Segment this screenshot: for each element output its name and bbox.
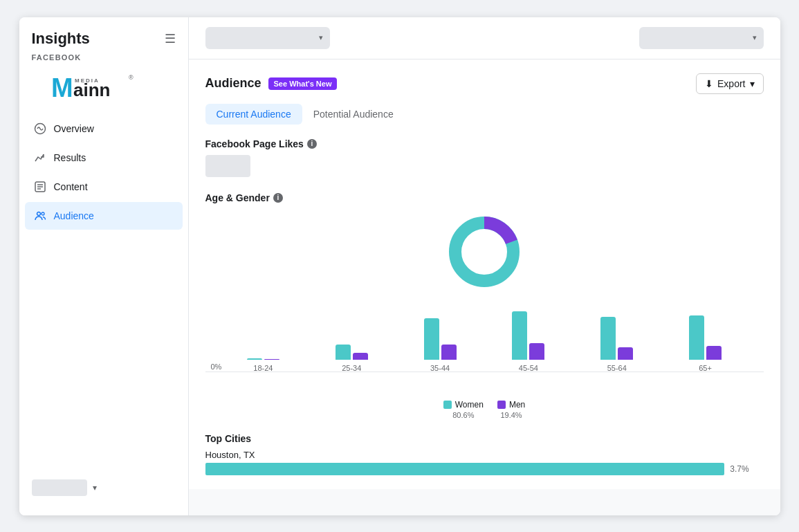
bar-chart-area: 0% 18-24 <box>205 310 764 393</box>
top-cities-label: Top Cities <box>205 433 764 444</box>
bar-label-18-24: 18-24 <box>253 364 273 372</box>
bar-men-55-64 <box>618 347 633 360</box>
bar-group-35-44: 35-44 <box>424 318 457 372</box>
right-dropdown-chevron-icon: ▾ <box>753 33 757 42</box>
city-name-houston: Houston, TX <box>205 450 764 460</box>
mainn-media-logo: M ainn MEDIA ® <box>32 73 143 104</box>
nav-items: Overview Results <box>19 115 188 471</box>
page-likes-section: Facebook Page Likes i <box>205 138 764 177</box>
sidebar-item-content[interactable]: Content <box>25 173 183 201</box>
city-bar-row-houston: 3.7% <box>205 463 764 475</box>
left-dropdown-chevron-icon: ▾ <box>319 33 323 42</box>
legend-men-label: Men <box>509 400 525 410</box>
left-dropdown[interactable]: ▾ <box>205 27 330 49</box>
top-bar: ▾ ▾ <box>189 17 780 59</box>
legend-women-label: Women <box>455 400 484 410</box>
svg-point-10 <box>42 212 44 215</box>
audience-label: Audience <box>54 210 94 221</box>
page-title: Insights <box>32 30 90 48</box>
tabs-row: Current Audience Potential Audience <box>205 104 764 125</box>
overview-icon <box>33 122 47 136</box>
export-button[interactable]: ⬇ Export ▾ <box>696 73 763 94</box>
bar-men-45-54 <box>529 343 544 360</box>
sidebar-bottom-box <box>32 479 87 496</box>
bar-group-45-54: 45-54 <box>512 311 544 372</box>
results-label: Results <box>54 152 86 163</box>
bar-women-55-64 <box>600 317 616 360</box>
sidebar-title-row: Insights ☰ <box>32 30 176 48</box>
sidebar: Insights ☰ FACEBOOK M ainn MEDIA ® <box>19 17 189 515</box>
tab-current-audience[interactable]: Current Audience <box>205 104 302 125</box>
content-icon <box>33 180 47 194</box>
bar-label-45-54: 45-54 <box>519 364 538 372</box>
sidebar-bottom: ▾ <box>19 471 188 504</box>
main-content: ▾ ▾ Audience See What's New ⬇ Export ▾ <box>189 17 780 515</box>
legend-row: Women 80.6% Men 19.4% <box>443 400 525 419</box>
page-likes-info-icon: i <box>307 139 317 149</box>
svg-text:M: M <box>51 73 73 102</box>
bar-men-18-24 <box>264 359 279 360</box>
svg-text:®: ® <box>129 74 134 81</box>
audience-title-row: Audience See What's New <box>205 76 338 91</box>
page-likes-label: Facebook Page Likes i <box>205 138 764 149</box>
tab-potential-audience[interactable]: Potential Audience <box>302 104 405 125</box>
top-cities-section: Top Cities Houston, TX 3.7% <box>205 433 764 475</box>
legend-dot-men <box>497 401 506 409</box>
svg-point-9 <box>37 212 40 215</box>
results-icon <box>33 151 47 165</box>
hamburger-icon[interactable]: ☰ <box>165 31 176 46</box>
sidebar-item-overview[interactable]: Overview <box>25 115 183 143</box>
bar-label-35-44: 35-44 <box>430 364 450 372</box>
svg-text:MEDIA: MEDIA <box>75 77 100 84</box>
bar-men-65plus <box>706 346 722 360</box>
sidebar-header: Insights ☰ FACEBOOK <box>19 17 188 70</box>
city-bar-houston <box>205 463 725 475</box>
age-gender-label: Age & Gender i <box>205 192 764 203</box>
page-likes-value <box>205 155 250 177</box>
legend-men: Men 19.4% <box>497 400 525 419</box>
donut-chart <box>443 210 526 296</box>
bar-men-35-44 <box>441 345 457 360</box>
age-gender-section: Age & Gender i <box>205 192 764 419</box>
overview-label: Overview <box>54 123 94 134</box>
city-row-houston: Houston, TX 3.7% <box>205 450 764 475</box>
zero-label: 0% <box>211 363 222 371</box>
chart-area: 0% 18-24 <box>205 210 764 419</box>
export-chevron-icon: ▾ <box>750 78 755 89</box>
bar-group-55-64: 55-64 <box>600 317 633 372</box>
sidebar-chevron-icon[interactable]: ▾ <box>93 483 97 493</box>
bar-women-18-24 <box>247 358 262 360</box>
svg-point-13 <box>463 231 505 273</box>
donut-svg <box>443 210 526 293</box>
audience-section-title: Audience <box>205 76 261 91</box>
age-gender-info-icon: i <box>273 193 283 203</box>
content-label: Content <box>54 181 88 192</box>
bar-chart-inner: 0% 18-24 <box>205 310 764 372</box>
legend-women-pct: 80.6% <box>452 411 474 419</box>
top-bar-left: ▾ <box>205 27 330 49</box>
facebook-label: FACEBOOK <box>32 53 176 62</box>
bar-group-18-24: 18-24 <box>247 358 279 372</box>
export-icon: ⬇ <box>705 78 713 89</box>
bar-women-45-54 <box>512 311 527 360</box>
export-label: Export <box>717 78 745 89</box>
sidebar-item-results[interactable]: Results <box>25 144 183 172</box>
bar-label-65plus: 65+ <box>699 364 712 372</box>
logo-area: M ainn MEDIA ® <box>19 70 188 115</box>
legend-dot-women <box>443 401 452 409</box>
legend-women: Women 80.6% <box>443 400 484 419</box>
bar-group-25-34: 25-34 <box>336 345 368 372</box>
whats-new-badge[interactable]: See What's New <box>268 77 338 90</box>
audience-header: Audience See What's New ⬇ Export ▾ <box>205 73 764 94</box>
bar-men-25-34 <box>353 353 368 360</box>
sidebar-item-audience[interactable]: Audience <box>25 202 183 230</box>
right-dropdown[interactable]: ▾ <box>639 27 764 49</box>
city-pct-houston: 3.7% <box>730 464 749 474</box>
audience-icon <box>33 209 47 223</box>
bar-women-25-34 <box>336 345 351 360</box>
bar-group-65plus: 65+ <box>689 315 722 372</box>
bar-women-65plus <box>689 315 704 360</box>
bar-label-55-64: 55-64 <box>607 364 627 372</box>
legend-men-pct: 19.4% <box>500 411 522 419</box>
bar-label-25-34: 25-34 <box>342 364 361 372</box>
